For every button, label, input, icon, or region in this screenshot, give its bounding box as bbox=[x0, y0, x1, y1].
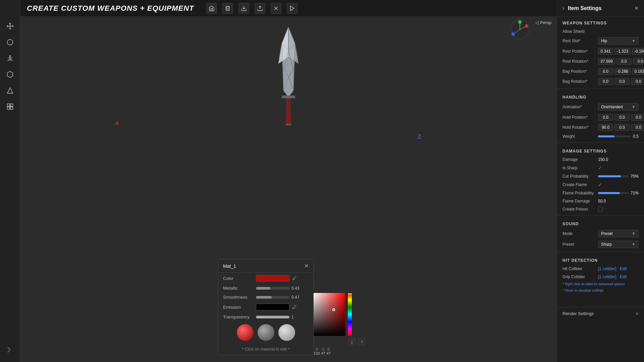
flame-prob-slider[interactable] bbox=[598, 192, 629, 194]
bag-rotation-row: Bag Rotation* 0.0 0.0 0.0 bbox=[557, 76, 644, 86]
metallic-label: Metallic bbox=[223, 286, 253, 291]
viewport-gizmo[interactable]: X Y Z bbox=[510, 19, 530, 40]
hold-position-label: Hold Position* bbox=[562, 115, 596, 120]
color-picker-download-btn[interactable]: ↓ bbox=[348, 338, 356, 346]
create-poison-checkbox[interactable] bbox=[598, 207, 603, 212]
flame-damage-row: Flame Damage 50.0 bbox=[557, 197, 644, 205]
svg-rect-3 bbox=[7, 104, 9, 106]
color-swatch[interactable] bbox=[256, 275, 289, 282]
gray-sphere[interactable] bbox=[258, 324, 274, 341]
circle-tool-icon[interactable] bbox=[4, 36, 16, 48]
smoothness-row: Smoothness 0.47 bbox=[218, 293, 313, 302]
bag-pos-z[interactable]: 0.163 bbox=[632, 68, 644, 75]
smoothness-slider[interactable] bbox=[256, 296, 289, 299]
hold-rot-y[interactable]: 0.0 bbox=[614, 124, 630, 131]
hold-pos-y[interactable]: 0.0 bbox=[614, 114, 630, 121]
color-picker-upload-btn[interactable]: ↑ bbox=[358, 338, 366, 346]
svg-marker-2 bbox=[7, 71, 13, 77]
mat-panel-close-button[interactable]: ✕ bbox=[304, 263, 309, 269]
weapon-settings-title: WEAPON SETTINGS bbox=[557, 17, 644, 27]
hold-rot-z[interactable]: 0.0 bbox=[631, 124, 644, 131]
rest-rot-y[interactable]: 0.0 bbox=[616, 58, 632, 65]
grip-collider-edit-button[interactable]: Edit bbox=[620, 275, 627, 279]
weight-slider[interactable] bbox=[598, 135, 631, 137]
home-button[interactable] bbox=[206, 3, 217, 14]
rest-rot-z[interactable]: 0.0 bbox=[633, 58, 644, 65]
panel-back-button[interactable]: › bbox=[562, 5, 565, 12]
color-eyedropper[interactable]: 🖊 bbox=[292, 276, 297, 281]
bag-pos-x[interactable]: 0.0 bbox=[598, 68, 613, 75]
play-button[interactable] bbox=[287, 3, 298, 14]
rest-position-label: Rest Position* bbox=[562, 49, 596, 54]
hold-rot-x[interactable]: 90.0 bbox=[598, 124, 613, 131]
color-picker-gradient[interactable] bbox=[314, 293, 345, 336]
rest-pos-z[interactable]: -0.166 bbox=[632, 48, 644, 55]
transparency-slider[interactable] bbox=[256, 316, 289, 318]
bag-pos-y[interactable]: -0.286 bbox=[614, 68, 631, 75]
emission-swatch[interactable] bbox=[256, 304, 289, 310]
theme-toggle-button[interactable]: ☽ bbox=[5, 346, 15, 357]
rest-rot-x[interactable]: 37.599 bbox=[598, 58, 615, 65]
sound-mode-dropdown[interactable]: Preset ▼ bbox=[598, 230, 639, 237]
rest-slot-dropdown[interactable]: Hip ▼ bbox=[598, 37, 639, 45]
red-sphere[interactable] bbox=[237, 324, 254, 341]
color-picker: ↓ ↑ R 133 G 47 B 47 bbox=[314, 293, 367, 355]
weight-slider-fill bbox=[598, 135, 614, 137]
metallic-slider[interactable] bbox=[256, 287, 289, 290]
hex-tool-icon[interactable] bbox=[4, 68, 16, 80]
render-settings-row[interactable]: Render Settings ∧ bbox=[557, 307, 644, 319]
bag-rot-y[interactable]: 0.0 bbox=[614, 78, 630, 85]
advanced-options-note: * Right click on label for advanced opti… bbox=[557, 281, 644, 287]
animation-row: Animation* OneHanded ▼ bbox=[557, 102, 644, 112]
cut-prob-slider-row: 75% bbox=[598, 174, 639, 179]
svg-point-0 bbox=[7, 40, 13, 45]
mat-footer: ^ Click on material to edit ^ bbox=[218, 344, 313, 355]
sound-preset-dropdown[interactable]: Sharp ▼ bbox=[598, 241, 639, 248]
rest-pos-y[interactable]: -1.323 bbox=[614, 48, 631, 55]
rest-rotation-values: 37.599 0.0 0.0 bbox=[598, 58, 644, 65]
is-sharp-label: Is Sharp bbox=[562, 166, 596, 170]
viewport-label[interactable]: ◁ Persp bbox=[535, 20, 551, 25]
grip-collider-label: Grip Collider bbox=[562, 275, 596, 279]
allow-shield-row: Allow Shield bbox=[557, 27, 644, 36]
rest-slot-row: Rest Slot* Hip ▼ bbox=[557, 36, 644, 46]
upload-button[interactable] bbox=[255, 3, 265, 14]
emission-eyedropper[interactable]: 🖊 bbox=[292, 304, 297, 310]
close-button[interactable] bbox=[271, 3, 281, 14]
cut-probability-row: Cut Probability 75% bbox=[557, 172, 644, 180]
rest-slot-value: Hip bbox=[601, 39, 607, 43]
delete-button[interactable] bbox=[222, 3, 233, 14]
light-sphere[interactable] bbox=[278, 324, 295, 341]
anchor-tool-icon[interactable] bbox=[4, 52, 16, 64]
hold-pos-z[interactable]: 0.0 bbox=[631, 114, 644, 121]
rest-pos-x[interactable]: 0.341 bbox=[598, 48, 613, 55]
animation-label: Animation* bbox=[562, 105, 596, 109]
hold-pos-x[interactable]: 0.0 bbox=[598, 114, 613, 121]
move-tool-icon[interactable] bbox=[4, 20, 16, 32]
color-picker-hue[interactable] bbox=[348, 293, 352, 336]
hit-collider-edit-button[interactable]: Edit bbox=[620, 266, 627, 271]
create-flame-row: Create Flame ✓ bbox=[557, 180, 644, 189]
cut-prob-slider[interactable] bbox=[598, 175, 629, 177]
chevron-down-icon: ▼ bbox=[632, 231, 636, 236]
rest-position-values: 0.341 -1.323 -0.166 bbox=[598, 48, 644, 55]
grid-tool-icon[interactable] bbox=[4, 101, 16, 113]
svg-text:Z: Z bbox=[512, 31, 513, 34]
mat-panel-header: Mat_1 ✕ bbox=[218, 259, 313, 273]
rest-slot-label: Rest Slot* bbox=[562, 39, 596, 43]
bag-rot-x[interactable]: 0.0 bbox=[598, 78, 613, 85]
panel-close-button[interactable]: ✕ bbox=[634, 5, 639, 11]
transparency-row: Transparency 1 bbox=[218, 312, 313, 321]
metallic-row: Metallic 0.43 bbox=[218, 284, 313, 293]
animation-value: OneHanded bbox=[601, 105, 623, 109]
viewport[interactable]: -X Z X Y Z ◁ Persp bbox=[20, 17, 557, 362]
bag-rot-z[interactable]: 0.0 bbox=[631, 78, 644, 85]
triangle-tool-icon[interactable] bbox=[4, 84, 16, 97]
metallic-slider-fill bbox=[256, 287, 270, 290]
rgb-g-channel: G 47 bbox=[321, 347, 325, 355]
download-button[interactable] bbox=[238, 3, 249, 14]
svg-rect-4 bbox=[10, 104, 12, 106]
rgb-r-channel: R 133 bbox=[314, 347, 320, 355]
bag-position-label: Bag Position* bbox=[562, 69, 596, 74]
animation-dropdown[interactable]: OneHanded ▼ bbox=[598, 103, 639, 111]
